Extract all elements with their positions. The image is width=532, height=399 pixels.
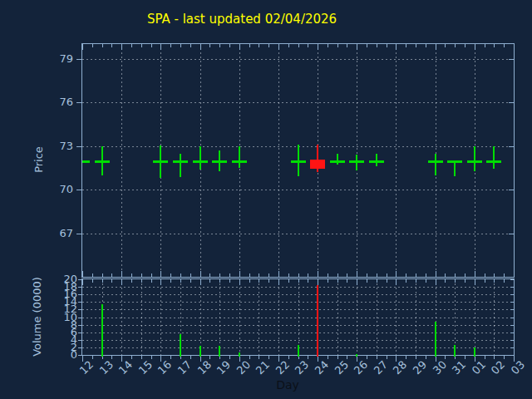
volume-top-tick xyxy=(347,279,347,283)
volume-top-tick xyxy=(82,279,83,285)
price-bottom-tick xyxy=(111,273,112,277)
x-tick-label: 19 xyxy=(214,358,234,377)
price-top-tick xyxy=(288,44,289,47)
price-bottom-tick xyxy=(200,271,201,277)
price-top-tick xyxy=(494,44,495,47)
volume-gridline-v xyxy=(436,279,436,355)
volume-bottom-tick xyxy=(268,356,269,359)
volume-bottom-tick xyxy=(416,356,416,359)
price-bottom-tick xyxy=(357,271,357,277)
volume-top-tick xyxy=(259,279,259,283)
candle-body-day-24 xyxy=(310,160,325,169)
volume-bottom-tick xyxy=(485,356,485,359)
volume-bottom-tick xyxy=(92,356,93,359)
volume-gridline-v xyxy=(102,279,103,355)
x-tick-label: 13 xyxy=(97,358,116,377)
volume-bottom-tick xyxy=(111,356,112,359)
volume-top-tick xyxy=(268,279,269,283)
volume-top-tick xyxy=(406,279,406,283)
x-tick-label: 17 xyxy=(175,358,195,377)
price-bottom-tick xyxy=(445,273,446,277)
volume-gridline-v xyxy=(278,279,279,355)
volume-bottom-tick xyxy=(82,356,83,362)
volume-bottom-tick xyxy=(514,356,515,362)
price-bottom-tick xyxy=(190,273,191,277)
volume-bottom-tick xyxy=(426,356,426,359)
volume-bottom-tick xyxy=(278,356,279,362)
price-top-tick xyxy=(347,44,347,47)
candle-body-day-12 xyxy=(81,160,90,163)
x-tick-label: 12 xyxy=(77,358,96,377)
chart-title: SPA - last updated 02/04/2026 xyxy=(147,12,337,27)
volume-top-tick xyxy=(465,279,466,283)
volume-top-tick xyxy=(229,279,230,283)
x-tick-label: 30 xyxy=(431,358,450,377)
price-ytick-label: 67 xyxy=(25,227,73,240)
volume-bottom-tick xyxy=(229,356,230,359)
price-top-tick xyxy=(475,44,475,50)
volume-top-tick xyxy=(396,279,397,285)
volume-top-tick xyxy=(445,279,446,283)
volume-top-tick xyxy=(475,279,475,285)
volume-ytick-mirror xyxy=(510,325,514,326)
volume-top-tick xyxy=(141,279,142,283)
volume-top-tick xyxy=(328,279,328,283)
price-bottom-tick xyxy=(160,271,161,277)
volume-plot-area xyxy=(81,278,515,356)
volume-bottom-tick xyxy=(219,356,220,359)
volume-bottom-tick xyxy=(160,356,161,362)
volume-top-tick xyxy=(367,279,367,283)
price-top-tick xyxy=(141,44,142,47)
price-top-tick xyxy=(268,44,269,47)
candle-body-day-18 xyxy=(193,160,208,163)
candle-body-day-30 xyxy=(428,160,443,163)
price-top-tick xyxy=(436,44,436,50)
volume-gridline-v xyxy=(298,279,299,355)
price-bottom-tick xyxy=(308,273,308,277)
price-top-tick xyxy=(337,44,338,47)
volume-bottom-tick xyxy=(494,356,495,359)
price-bottom-tick xyxy=(396,271,397,277)
volume-top-tick xyxy=(151,279,152,283)
price-top-tick xyxy=(357,44,357,50)
volume-top-tick xyxy=(357,279,357,285)
candle-wick-day-01 xyxy=(474,146,475,171)
volume-gridline-v xyxy=(200,279,201,355)
volume-bottom-tick xyxy=(200,356,201,362)
volume-bottom-tick xyxy=(396,356,397,362)
volume-ytick-mirror xyxy=(510,355,514,356)
volume-gridline-v xyxy=(141,279,142,355)
volume-bottom-tick xyxy=(377,356,377,359)
price-top-tick xyxy=(416,44,416,47)
price-bottom-tick xyxy=(485,273,485,277)
price-top-tick xyxy=(121,44,122,50)
price-top-tick xyxy=(426,44,426,47)
x-tick-label: 29 xyxy=(411,358,430,377)
volume-top-tick xyxy=(160,279,161,285)
price-bottom-tick xyxy=(426,273,426,277)
candle-body-day-16 xyxy=(153,160,168,163)
volume-gridline-v xyxy=(455,279,456,355)
volume-top-tick xyxy=(102,279,103,283)
volume-bottom-tick xyxy=(121,356,122,362)
x-tick-label: 31 xyxy=(450,358,469,377)
volume-top-tick xyxy=(416,279,416,283)
x-tick-label: 24 xyxy=(313,358,332,377)
x-tick-label: 14 xyxy=(116,358,135,377)
price-bottom-tick xyxy=(170,273,171,277)
volume-bottom-tick xyxy=(249,356,250,359)
candle-body-day-25 xyxy=(330,160,345,163)
volume-top-tick xyxy=(387,279,387,283)
price-bottom-tick xyxy=(367,273,367,277)
volume-ytick-mirror xyxy=(510,302,514,303)
volume-bottom-tick xyxy=(445,356,446,359)
volume-top-tick xyxy=(377,279,377,283)
candle-body-day-02 xyxy=(486,160,501,163)
price-top-tick xyxy=(209,44,210,47)
volume-bottom-tick xyxy=(337,356,338,359)
volume-bottom-tick xyxy=(465,356,466,359)
volume-bottom-tick xyxy=(141,356,142,359)
price-bottom-tick xyxy=(121,271,122,277)
x-axis-title: Day xyxy=(276,378,299,392)
price-top-tick xyxy=(239,44,240,50)
